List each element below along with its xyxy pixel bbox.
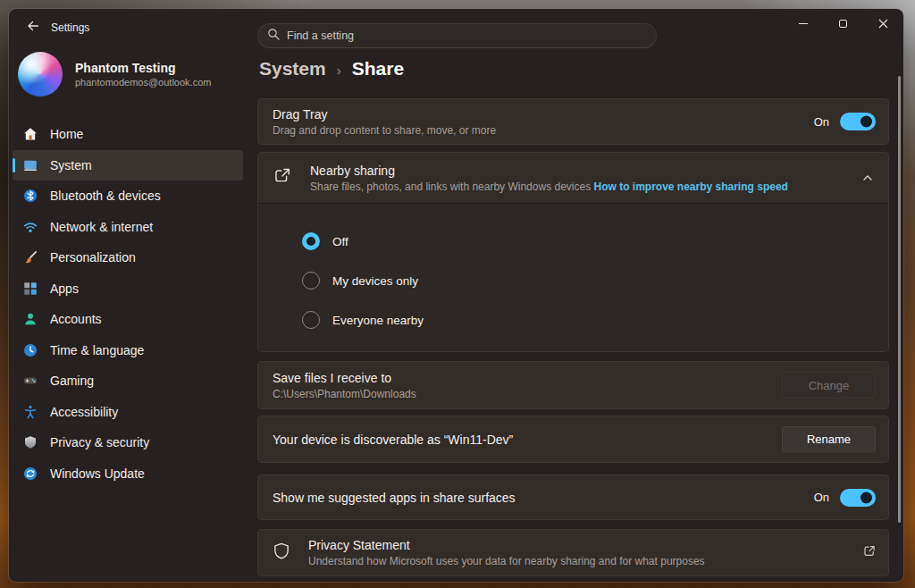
sidebar-item-apps[interactable]: Apps [13, 273, 243, 305]
breadcrumb: System › Share [259, 58, 404, 80]
save-files-title: Save files I receive to [273, 371, 416, 385]
sidebar-item-label: Apps [50, 281, 79, 296]
drag-tray-toggle-label: On [814, 115, 829, 129]
account-header[interactable]: Phantom Testing phantomodemos@outlook.co… [18, 52, 241, 97]
back-arrow-icon [26, 19, 40, 37]
sidebar-item-accounts[interactable]: Accounts [13, 304, 243, 335]
nearby-sharing-header[interactable]: Nearby sharing Share files, photos, and … [258, 153, 888, 203]
nearby-sharing-card: Nearby sharing Share files, photos, and … [257, 152, 889, 352]
sidebar-item-label: Windows Update [50, 466, 145, 481]
sidebar-item-label: Personalization [50, 250, 136, 265]
suggested-apps-card: Show me suggested apps in share surfaces… [257, 475, 889, 520]
personalization-icon [23, 250, 38, 265]
breadcrumb-separator-icon: › [337, 61, 341, 78]
search-icon [267, 28, 280, 44]
accounts-icon [23, 312, 38, 326]
suggested-apps-toggle[interactable] [840, 489, 876, 507]
sidebar-item-bluetooth[interactable]: Bluetooth & devices [13, 181, 243, 212]
sidebar-item-label: Privacy & security [50, 435, 149, 449]
radio-unselected-icon [302, 272, 320, 290]
sidebar-item-windows-update[interactable]: Windows Update [13, 458, 243, 490]
discoverable-title: Your device is discoverable as “Win11-De… [273, 433, 513, 447]
nearby-sharing-title: Nearby sharing [310, 164, 788, 178]
window-title: Settings [51, 21, 89, 34]
nearby-sharing-subtitle: Share files, photos, and links with near… [310, 181, 591, 193]
radio-option-everyone[interactable]: Everyone nearby [302, 300, 888, 340]
nearby-sharing-options: Off My devices only Everyone nearby [258, 203, 888, 351]
sidebar-item-gaming[interactable]: Gaming [13, 365, 243, 397]
network-icon [23, 220, 38, 234]
breadcrumb-system[interactable]: System [259, 58, 326, 80]
sidebar-item-privacy-security[interactable]: Privacy & security [13, 427, 243, 458]
settings-window: Settings Phantom Testing phantomodemos@o… [9, 9, 903, 582]
apps-icon [23, 281, 38, 296]
change-button[interactable]: Change [782, 372, 876, 399]
time-language-icon [23, 343, 38, 357]
settings-cards: Drag Tray Drag and drop content to share… [257, 98, 889, 576]
sidebar-item-home[interactable]: Home [13, 119, 243, 150]
nearby-sharing-help-link[interactable]: How to improve nearby sharing speed [594, 181, 788, 193]
sidebar-item-system[interactable]: System [13, 150, 243, 181]
page-title: Share [352, 58, 404, 80]
sidebar-item-label: Accessibility [50, 405, 118, 419]
privacy-statement-subtitle: Understand how Microsoft uses your data … [308, 555, 705, 567]
share-icon [273, 166, 292, 189]
toggle-knob [860, 116, 872, 128]
sidebar-item-label: Network & internet [50, 220, 153, 234]
privacy-statement-title: Privacy Statement [308, 538, 705, 552]
gaming-icon [23, 374, 38, 388]
privacy-statement-card[interactable]: Privacy Statement Understand how Microso… [257, 529, 889, 576]
suggested-apps-title: Show me suggested apps in share surfaces [273, 491, 516, 505]
drag-tray-toggle[interactable] [840, 113, 876, 130]
sidebar-item-label: Time & language [50, 343, 144, 357]
sidebar: Phantom Testing phantomodemos@outlook.co… [9, 48, 250, 582]
content-pane: System › Share Drag Tray Drag and drop c… [257, 9, 903, 582]
save-files-card: Save files I receive to C:\Users\Phantom… [257, 361, 889, 409]
external-link-icon[interactable] [862, 544, 876, 561]
radio-option-off[interactable]: Off [302, 222, 888, 261]
system-icon [23, 158, 38, 172]
drag-tray-subtitle: Drag and drop content to share, move, or… [273, 124, 496, 137]
accessibility-icon [23, 405, 38, 419]
sidebar-item-label: Gaming [50, 374, 94, 388]
sidebar-item-accessibility[interactable]: Accessibility [13, 397, 243, 428]
chevron-up-icon[interactable] [861, 172, 874, 184]
profile-email: phantomodemos@outlook.com [75, 77, 211, 88]
shield-outline-icon [273, 542, 290, 565]
windows-update-icon [23, 466, 38, 481]
sidebar-item-network[interactable]: Network & internet [13, 212, 243, 243]
profile-name: Phantom Testing [75, 61, 211, 75]
sidebar-nav: Home System Bluetooth & devices Network … [13, 119, 243, 489]
drag-tray-card: Drag Tray Drag and drop content to share… [257, 98, 889, 145]
rename-button[interactable]: Rename [782, 426, 876, 453]
search-box[interactable] [257, 23, 657, 48]
vertical-scrollbar[interactable] [898, 76, 901, 523]
drag-tray-title: Drag Tray [273, 107, 496, 122]
sidebar-item-personalization[interactable]: Personalization [13, 242, 243, 273]
radio-unselected-icon [302, 311, 320, 329]
radio-selected-icon [302, 232, 320, 250]
save-files-path: C:\Users\Phantom\Downloads [273, 388, 416, 400]
privacy-security-icon [23, 435, 38, 449]
discoverable-card: Your device is discoverable as “Win11-De… [257, 416, 889, 463]
sidebar-item-label: System [50, 158, 92, 172]
avatar [18, 52, 63, 97]
home-icon [23, 127, 38, 141]
suggested-apps-toggle-label: On [814, 491, 829, 504]
toggle-knob [860, 491, 872, 503]
sidebar-item-label: Home [50, 127, 83, 141]
sidebar-item-label: Bluetooth & devices [50, 189, 161, 203]
radio-option-my-devices[interactable]: My devices only [302, 261, 888, 300]
back-button[interactable] [20, 16, 46, 39]
search-input[interactable] [287, 29, 647, 42]
bluetooth-icon [23, 189, 38, 203]
sidebar-item-label: Accounts [50, 312, 102, 326]
sidebar-item-time-language[interactable]: Time & language [13, 335, 243, 366]
